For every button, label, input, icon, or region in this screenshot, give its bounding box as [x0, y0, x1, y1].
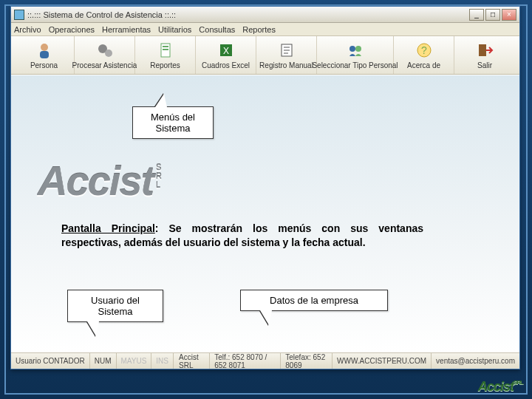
callout-company: Datos de la empresa	[240, 290, 388, 311]
tb-label: Acerca de	[407, 61, 440, 69]
tb-acerca[interactable]: ? Acerca de	[394, 36, 454, 74]
tb-label: Salir	[477, 61, 492, 69]
status-email: ventas@accistperu.com	[432, 353, 519, 369]
status-mayus: MAYUS	[117, 353, 152, 369]
svg-rect-6	[163, 49, 168, 50]
maximize-button[interactable]: □	[485, 9, 500, 21]
statusbar: Usuario CONTADOR NUM MAYUS INS Accist SR…	[11, 352, 519, 369]
tb-label: Procesar Asistencia	[72, 61, 137, 69]
callout-tail-icon	[155, 94, 167, 107]
callout-text: Menús del Sistema	[151, 112, 195, 134]
select-personnel-icon	[346, 41, 365, 60]
about-icon: ?	[415, 41, 434, 60]
report-icon	[156, 41, 175, 60]
minimize-button[interactable]: _	[469, 9, 484, 21]
status-phone: Telf.: 652 8070 / 652 8071	[210, 353, 281, 369]
excel-icon: X	[216, 41, 236, 60]
callout-text: Usuario del Sistema	[91, 295, 140, 317]
tb-persona[interactable]: Persona	[14, 36, 75, 74]
app-window: ::.::: Sistema de Control de Asistencia …	[10, 6, 520, 369]
svg-text:?: ?	[421, 44, 427, 56]
tb-label: Persona	[30, 61, 58, 69]
status-ins: INS	[151, 353, 174, 369]
app-icon	[14, 10, 24, 20]
gears-icon	[95, 41, 115, 60]
toolbar: Persona Procesar Asistencia Reportes X C…	[11, 36, 519, 75]
status-user: Usuario CONTADOR	[11, 353, 90, 369]
callout-tail-icon	[87, 321, 99, 336]
tb-label: Cuadros Excel	[202, 61, 250, 69]
tb-tipo-personal[interactable]: Seleccionar Tipo Personal	[317, 36, 394, 74]
callout-tail-icon	[260, 310, 272, 325]
menu-utilitarios[interactable]: Utilitarios	[158, 25, 191, 34]
menu-herramientas[interactable]: Herramientas	[102, 25, 151, 34]
svg-point-11	[355, 46, 361, 52]
tb-salir[interactable]: Salir	[454, 36, 515, 74]
workspace: AccistSRL Menús del Sistema Pantalla Pri…	[11, 75, 519, 352]
window-buttons: _ □ ×	[469, 9, 516, 21]
svg-rect-14	[479, 44, 486, 56]
status-web: WWW.ACCISTPERU.COM	[332, 353, 432, 369]
svg-point-3	[105, 50, 112, 57]
tb-manual[interactable]: Registro Manual	[256, 36, 317, 74]
tb-reportes[interactable]: Reportes	[135, 36, 196, 74]
menubar: Archivo Operaciones Herramientas Utilita…	[11, 23, 519, 36]
svg-point-10	[349, 46, 355, 52]
status-num: NUM	[90, 353, 117, 369]
brand-name: Accist	[38, 157, 153, 204]
description-title: Pantalla Principal	[61, 222, 155, 234]
tb-procesar[interactable]: Procesar Asistencia	[75, 36, 135, 74]
exit-icon	[475, 41, 494, 60]
callout-text: Datos de la empresa	[270, 295, 358, 306]
status-fax: Telefax: 652 8069	[281, 353, 332, 369]
tb-label: Seleccionar Tipo Personal	[312, 61, 398, 69]
titlebar: ::.::: Sistema de Control de Asistencia …	[11, 7, 519, 23]
svg-point-0	[41, 44, 48, 51]
callout-user: Usuario del Sistema	[67, 290, 163, 322]
menu-reportes[interactable]: Reportes	[242, 25, 276, 34]
svg-text:X: X	[222, 46, 228, 56]
window-title: ::.::: Sistema de Control de Asistencia …	[27, 10, 469, 19]
slide-logo: AccistSRL	[478, 379, 523, 395]
callout-menus: Menús del Sistema	[132, 106, 214, 139]
brand-watermark: AccistSRL	[38, 157, 160, 205]
status-company: Accist SRL	[174, 353, 210, 369]
tb-label: Reportes	[150, 61, 180, 69]
menu-operaciones[interactable]: Operaciones	[49, 25, 95, 34]
manual-icon	[277, 41, 296, 60]
tb-label: Registro Manual	[259, 61, 313, 69]
person-icon	[35, 41, 54, 60]
menu-archivo[interactable]: Archivo	[14, 25, 41, 34]
menu-consultas[interactable]: Consultas	[199, 25, 235, 34]
description-block: Pantalla Principal: Se mostrarán los men…	[61, 222, 423, 250]
tb-excel[interactable]: X Cuadros Excel	[196, 36, 256, 74]
close-button[interactable]: ×	[502, 9, 516, 21]
svg-rect-5	[163, 46, 168, 47]
brand-suffix: SRL	[156, 163, 160, 189]
svg-rect-1	[40, 51, 49, 58]
